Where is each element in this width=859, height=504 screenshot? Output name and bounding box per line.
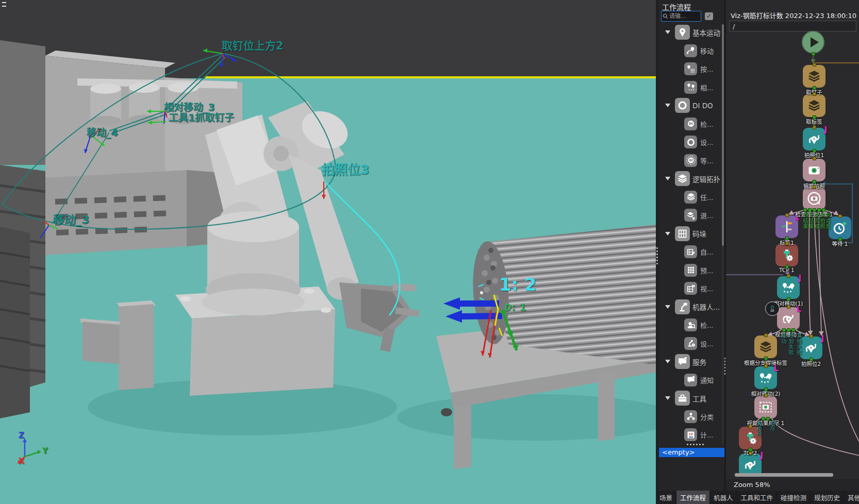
library-item-退[interactable]: 退...: [659, 206, 721, 225]
library-item-码垛[interactable]: 码垛: [659, 225, 721, 243]
output-port[interactable]: [787, 328, 790, 332]
input-port[interactable]: [749, 425, 752, 428]
run-workflow-button[interactable]: [802, 31, 824, 54]
input-port[interactable]: [810, 334, 813, 338]
input-port[interactable]: [764, 333, 768, 337]
output-port[interactable]: [838, 238, 842, 241]
flow-node-相对移动(1)[interactable]: J: [777, 276, 800, 299]
chevron-expanded-icon[interactable]: [665, 360, 670, 363]
tab-工作流程[interactable]: 工作流程: [676, 491, 710, 504]
output-port[interactable]: [791, 328, 795, 332]
output-port[interactable]: [812, 52, 815, 56]
tab-工具和工件[interactable]: 工具和工件: [737, 491, 778, 504]
chevron-expanded-icon[interactable]: [665, 104, 670, 107]
flow-node-检查视觉结果 1[interactable]: [803, 187, 825, 210]
output-port[interactable]: [762, 417, 765, 421]
tab-其他[interactable]: 其他: [844, 491, 859, 504]
flow-node-钢筋拍照[interactable]: [803, 159, 825, 181]
flowchart-hscrollbar[interactable]: [735, 473, 833, 477]
library-item-计[interactable]: 1234计...: [659, 426, 721, 444]
chevron-expanded-icon[interactable]: [665, 30, 670, 34]
library-bottom-splitter[interactable]: [687, 444, 704, 445]
input-port[interactable]: [787, 305, 790, 309]
library-item-设[interactable]: 设...: [659, 133, 721, 152]
library-item-移动[interactable]: 移动: [659, 42, 721, 60]
library-item-等[interactable]: DI等...: [659, 152, 721, 170]
library-item-自[interactable]: 自...: [659, 243, 721, 261]
library-item-检[interactable]: DI检...: [659, 115, 721, 133]
library-item-机器人[interactable]: 机器人...: [659, 298, 721, 316]
input-port[interactable]: [813, 92, 816, 96]
library-item-服务[interactable]: 服务: [659, 352, 721, 371]
library-item-工具[interactable]: 工具: [659, 389, 721, 408]
output-port[interactable]: [813, 180, 816, 183]
library-item-逻辑拓扑[interactable]: 逻辑拓扑: [659, 170, 721, 188]
output-port[interactable]: [813, 208, 816, 212]
input-port[interactable]: [764, 394, 768, 397]
input-port[interactable]: [787, 274, 790, 278]
flow-node-拍照位1[interactable]: J: [803, 128, 825, 150]
output-port[interactable]: [764, 388, 768, 391]
output-port[interactable]: [766, 417, 770, 421]
input-port[interactable]: [813, 126, 816, 129]
flow-node-取钉子[interactable]: [803, 65, 825, 88]
output-port[interactable]: [813, 115, 816, 119]
search-box[interactable]: [661, 11, 701, 22]
library-scrollbar-thumb[interactable]: [722, 24, 724, 246]
search-input[interactable]: [668, 12, 697, 20]
output-port[interactable]: [803, 208, 807, 212]
output-port[interactable]: [785, 265, 789, 268]
input-port[interactable]: [813, 185, 816, 189]
output-port[interactable]: [822, 208, 825, 212]
output-port[interactable]: [764, 357, 768, 360]
output-port[interactable]: [785, 237, 789, 240]
chevron-expanded-icon[interactable]: [665, 396, 670, 400]
output-port[interactable]: [787, 297, 790, 301]
library-item-相[interactable]: 相...: [659, 78, 721, 97]
library-item-预[interactable]: 预...: [659, 261, 721, 280]
input-port[interactable]: [785, 242, 789, 245]
3d-viewport[interactable]: 取钉位上方2相对移动_3工具1抓取钉子移动_4移动_3拍照位31: 20: 1 …: [0, 0, 656, 504]
library-item-设[interactable]: 设...: [659, 334, 721, 353]
flow-node-根据分支焊接标签[interactable]: [754, 335, 777, 358]
tab-碰撞检测[interactable]: 碰撞检测: [777, 491, 811, 504]
tab-机器人[interactable]: 机器人: [710, 491, 737, 504]
input-port[interactable]: [764, 364, 768, 368]
library-scrollbar[interactable]: [722, 24, 724, 444]
library-item-通知[interactable]: 通知: [659, 371, 721, 390]
chevron-expanded-icon[interactable]: [665, 177, 670, 180]
flow-node-TCP 1[interactable]: [775, 244, 798, 266]
output-port[interactable]: [813, 149, 816, 153]
library-item-分类[interactable]: 分类: [659, 408, 721, 426]
output-port[interactable]: [808, 208, 812, 212]
flow-node-视觉移动 1[interactable]: L: [777, 307, 800, 330]
tab-场景[interactable]: 场景: [656, 491, 676, 504]
output-port[interactable]: [749, 448, 752, 451]
output-port[interactable]: [782, 328, 786, 332]
output-port[interactable]: [810, 358, 813, 361]
tab-规划历史[interactable]: 规划历史: [811, 491, 844, 504]
library-item-视[interactable]: 视...: [659, 279, 721, 298]
library-item-基本运动[interactable]: 基本运动: [659, 23, 721, 42]
library-item-按[interactable]: 按...: [659, 60, 721, 78]
flow-node-拍照位2[interactable]: J: [800, 337, 822, 359]
input-port[interactable]: [785, 213, 789, 217]
library-item-检[interactable]: 检...: [659, 316, 721, 334]
input-port[interactable]: [749, 451, 752, 455]
chevron-expanded-icon[interactable]: [665, 305, 670, 309]
library-item-DI DO[interactable]: DI DO: [659, 96, 721, 115]
di-listen-badge[interactable]: ∩ DI: [765, 301, 780, 316]
output-port[interactable]: [813, 86, 816, 90]
input-port[interactable]: [838, 214, 842, 218]
output-port[interactable]: [817, 208, 821, 212]
flow-node-视觉结果用尽 1[interactable]: [754, 396, 777, 418]
selected-item-empty[interactable]: <empty>: [659, 448, 724, 457]
flow-node-相对移动(2)[interactable]: L: [754, 366, 777, 389]
filter-checkbox[interactable]: ✓: [705, 12, 713, 20]
flow-node-取标签[interactable]: [803, 94, 825, 117]
library-item-任[interactable]: 任...: [659, 188, 721, 207]
input-port[interactable]: [813, 157, 816, 160]
flow-node-标签1[interactable]: 1: [775, 215, 798, 238]
flow-node-等待 1[interactable]: [829, 216, 851, 239]
chevron-expanded-icon[interactable]: [665, 232, 670, 236]
